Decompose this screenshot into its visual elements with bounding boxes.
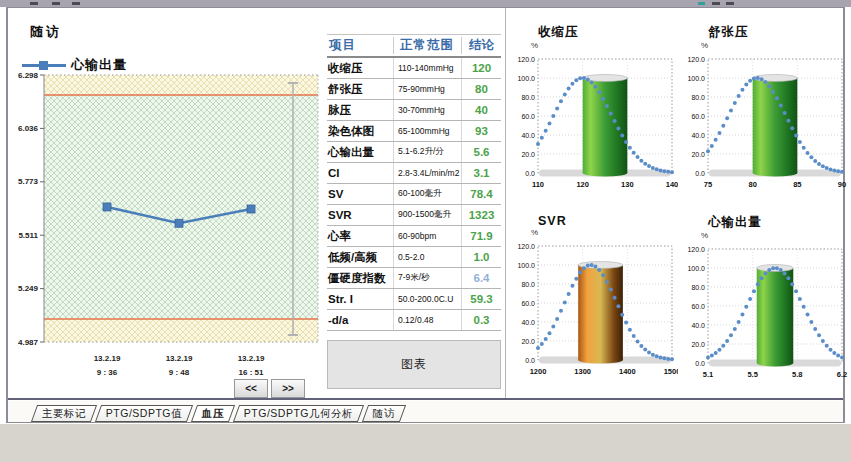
result-value: 93 — [461, 121, 501, 141]
svg-text:20.0: 20.0 — [691, 341, 705, 348]
gauge-心输出量: 心输出量%120.0100.080.060.040.020.00.05.15.5… — [682, 214, 850, 392]
svg-text:60.0: 60.0 — [521, 300, 535, 307]
table-body: 收缩压110-140mmHg120舒张压75-90mmHg80脉压30-70mm… — [327, 58, 501, 331]
result-value: 1.0 — [461, 247, 501, 267]
svg-text:100.0: 100.0 — [687, 75, 705, 82]
svg-text:5.5: 5.5 — [747, 370, 757, 379]
result-value: 71.9 — [461, 226, 501, 246]
app-window: 随访 心输出量 6.2986.0365.7735.5115.2494.98713… — [6, 7, 845, 423]
tab-主要标记[interactable]: 主要标记 — [31, 405, 97, 422]
svg-text:20.0: 20.0 — [691, 151, 705, 158]
bar-cylinder — [578, 265, 623, 360]
normal-range: 30-70mmHg — [393, 100, 461, 120]
svg-text:60.0: 60.0 — [691, 113, 705, 120]
normal-range: 60-100毫升 — [393, 184, 461, 204]
svg-text:5.1: 5.1 — [703, 370, 713, 379]
table-row: CI2.8-3.4L/min/m23.1 — [327, 163, 501, 184]
normal-range: 7-9米/秒 — [393, 268, 461, 288]
data-point — [175, 219, 183, 227]
next-page-button[interactable]: >> — [271, 379, 305, 398]
dash-icon — [712, 2, 720, 5]
tab-PTG/SDPTG几何分析[interactable]: PTG/SDPTG几何分析 — [233, 405, 364, 422]
result-value: 80 — [461, 79, 501, 99]
column-header: 正常范围 — [393, 37, 461, 54]
dash-icon — [726, 2, 734, 5]
normal-range: 75-90mmHg — [393, 79, 461, 99]
svg-text:6.298: 6.298 — [18, 71, 39, 80]
followup-title: 随访 — [30, 23, 62, 41]
item-name: 脉压 — [327, 100, 393, 120]
svg-text:100.0: 100.0 — [517, 262, 535, 269]
svg-text:5.249: 5.249 — [18, 284, 39, 293]
table-row: SV60-100毫升78.4 — [327, 184, 501, 205]
result-value: 78.4 — [461, 184, 501, 204]
svg-text:1200: 1200 — [530, 367, 547, 376]
gauge-chart: 120.0100.080.060.040.020.00.012001300140… — [512, 237, 678, 385]
svg-text:75: 75 — [704, 180, 712, 189]
content-bottom-line — [8, 398, 843, 400]
result-value: 0.3 — [461, 310, 501, 330]
svg-text:120: 120 — [576, 180, 589, 189]
gauge-title: 舒张压 — [708, 24, 850, 41]
tab-PTG/SDPTG值[interactable]: PTG/SDPTG值 — [95, 405, 193, 422]
normal-range: 5.1-6.2升/分 — [393, 142, 461, 162]
bar-cylinder — [583, 78, 628, 173]
result-value: 59.3 — [461, 289, 501, 309]
gauge-title: 心输出量 — [708, 214, 850, 231]
svg-text:20.0: 20.0 — [521, 338, 535, 345]
result-value: 40 — [461, 100, 501, 120]
svg-text:5.773: 5.773 — [18, 177, 39, 186]
svg-text:80.0: 80.0 — [521, 281, 535, 288]
svg-text:4.987: 4.987 — [18, 338, 39, 347]
item-name: 染色体图 — [327, 121, 393, 141]
normal-range: 0.5-2.0 — [393, 247, 461, 267]
svg-text:40.0: 40.0 — [521, 319, 535, 326]
gauge-unit-label: % — [531, 228, 680, 237]
tab-随访[interactable]: 随访 — [362, 405, 406, 422]
svg-text:80.0: 80.0 — [521, 94, 535, 101]
svg-text:0.0: 0.0 — [695, 170, 705, 177]
svg-text:80: 80 — [748, 180, 756, 189]
item-name: 心率 — [327, 226, 393, 246]
table-row: 僵硬度指数7-9米/秒6.4 — [327, 268, 501, 289]
svg-text:90: 90 — [838, 180, 846, 189]
prev-page-button[interactable]: << — [234, 379, 268, 398]
normal-range: 2.8-3.4L/min/m2 — [393, 163, 461, 183]
dash-icon — [30, 2, 38, 5]
result-value: 3.1 — [461, 163, 501, 183]
gauge-SVR: SVR%120.0100.080.060.040.020.00.01200130… — [512, 214, 680, 389]
svg-text:13.2.19: 13.2.19 — [166, 354, 193, 363]
svg-text:0.0: 0.0 — [525, 357, 535, 364]
titlebar-strip — [0, 0, 851, 7]
table-row: 低频/高频0.5-2.01.0 — [327, 247, 501, 268]
table-row: 心输出量5.1-6.2升/分5.6 — [327, 142, 501, 163]
item-name: Str. I — [327, 289, 393, 309]
svg-text:6.2: 6.2 — [837, 370, 847, 379]
svg-text:20.0: 20.0 — [521, 151, 535, 158]
svg-text:120.0: 120.0 — [517, 56, 535, 63]
column-header: 结论 — [461, 37, 501, 54]
tab-血压[interactable]: 血压 — [191, 405, 235, 422]
gauge-收缩压: 收缩压%120.0100.080.060.040.020.00.01101201… — [512, 24, 680, 202]
normal-range: 50.0-200.0C.U — [393, 289, 461, 309]
sheet-tab-bar: 主要标记PTG/SDPTG值血压PTG/SDPTG几何分析随访 — [8, 401, 843, 423]
svg-text:40.0: 40.0 — [691, 132, 705, 139]
table-row: 收缩压110-140mmHg120 — [327, 58, 501, 79]
dash-icon — [52, 2, 60, 5]
teal-icon — [698, 2, 705, 5]
svg-text:120.0: 120.0 — [687, 246, 705, 253]
chart-button[interactable]: 图表 — [327, 340, 501, 389]
item-name: CI — [327, 163, 393, 183]
svg-text:80.0: 80.0 — [691, 94, 705, 101]
normal-range: 0.12/0.48 — [393, 310, 461, 330]
svg-text:16 : 51: 16 : 51 — [239, 368, 264, 377]
svg-text:5.511: 5.511 — [18, 231, 38, 240]
svg-text:1400: 1400 — [619, 367, 636, 376]
svg-text:13.2.19: 13.2.19 — [94, 354, 121, 363]
bar-cylinder — [757, 268, 794, 363]
svg-text:0.0: 0.0 — [525, 170, 535, 177]
svg-text:0.0: 0.0 — [695, 360, 705, 367]
gauge-title: SVR — [538, 214, 680, 228]
svg-text:13.2.19: 13.2.19 — [238, 354, 265, 363]
item-name: 低频/高频 — [327, 247, 393, 267]
